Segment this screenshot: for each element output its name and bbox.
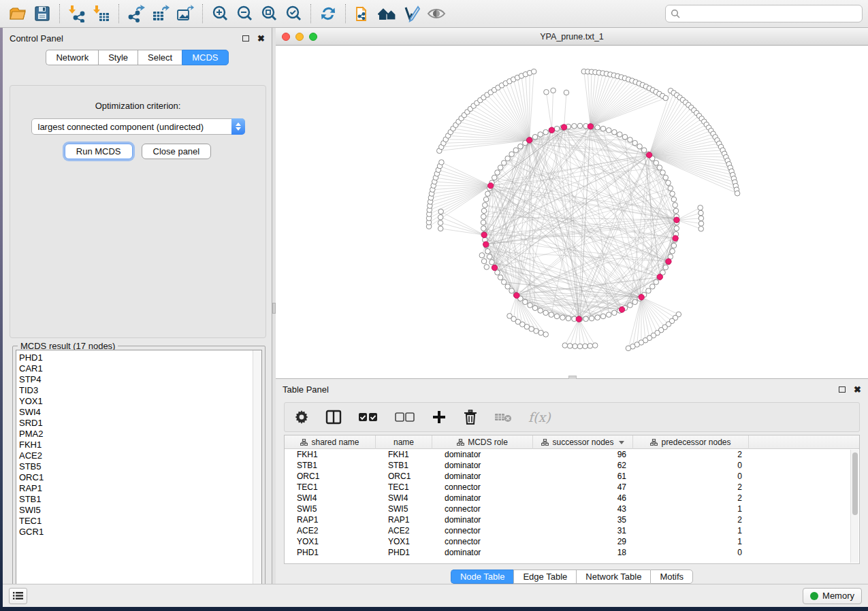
- open-session-button[interactable]: [5, 2, 30, 25]
- save-session-button[interactable]: [30, 2, 54, 25]
- mcds-result-list[interactable]: PHD1CAR1STP4TID3YOX1SWI4SRD1PMA2FKH1ACE2…: [16, 350, 262, 595]
- deselect-all-checkboxes-icon[interactable]: [395, 408, 415, 426]
- close-panel-button[interactable]: Close panel: [142, 144, 212, 159]
- list-item[interactable]: TEC1: [19, 516, 253, 527]
- table-scrollbar[interactable]: [850, 450, 858, 563]
- tab-node-table[interactable]: Node Table: [451, 569, 514, 584]
- delete-column-icon[interactable]: [463, 408, 478, 426]
- tab-edge-table[interactable]: Edge Table: [513, 569, 576, 584]
- list-icon: [13, 591, 23, 600]
- import-table-button[interactable]: [89, 2, 114, 25]
- show-columns-icon[interactable]: [325, 408, 342, 426]
- list-item[interactable]: YOX1: [19, 396, 253, 407]
- table-cell: dominator: [432, 493, 533, 503]
- table-row[interactable]: SWI4SWI4dominator462: [285, 493, 859, 503]
- list-item[interactable]: FKH1: [19, 440, 253, 450]
- zoom-fit-button[interactable]: [257, 2, 281, 25]
- table-options-gear-icon[interactable]: [294, 408, 309, 426]
- network-overview-button[interactable]: [375, 2, 400, 25]
- zoom-selected-button[interactable]: [281, 2, 306, 25]
- table-cell: 47: [533, 482, 633, 492]
- table-row[interactable]: SWI5SWI5connector431: [285, 503, 859, 514]
- refresh-view-button[interactable]: [316, 2, 340, 25]
- zoom-out-button[interactable]: [232, 2, 257, 25]
- list-item[interactable]: SWI4: [19, 407, 253, 418]
- column-header[interactable]: name: [376, 435, 432, 449]
- table-cell: 35: [533, 515, 633, 525]
- table-row[interactable]: YOX1YOX1connector291: [285, 536, 859, 547]
- memory-button[interactable]: Memory: [803, 588, 862, 604]
- export-table-button[interactable]: [148, 2, 173, 25]
- table-cell: ACE2: [285, 526, 376, 535]
- list-item[interactable]: ACE2: [19, 450, 253, 461]
- table-cell: 2: [633, 515, 749, 525]
- export-network-button[interactable]: [124, 2, 148, 25]
- control-tabs: NetworkStyleSelectMCDS: [3, 50, 272, 65]
- table-cell: dominator: [432, 548, 533, 557]
- table-cell: 2: [633, 493, 749, 503]
- table-row[interactable]: TEC1TEC1connector472: [285, 482, 859, 493]
- list-item[interactable]: CAR1: [19, 363, 253, 374]
- criterion-select[interactable]: largest connected component (undirected): [31, 118, 245, 135]
- table-scrollbar-thumb[interactable]: [852, 452, 858, 515]
- graphics-details-button[interactable]: [424, 2, 449, 25]
- table-cell: STB1: [376, 461, 432, 470]
- select-all-checkboxes-icon[interactable]: [358, 408, 379, 426]
- list-item[interactable]: STP4: [19, 374, 253, 385]
- list-item[interactable]: STB1: [19, 494, 253, 505]
- tab-select[interactable]: Select: [138, 50, 182, 65]
- table-cell: 0: [633, 472, 749, 481]
- list-item[interactable]: PMA2: [19, 429, 253, 440]
- import-network-button[interactable]: [65, 2, 89, 25]
- tab-style[interactable]: Style: [98, 50, 138, 65]
- table-panel-title: Table Panel: [283, 384, 329, 395]
- table-cell: dominator: [432, 472, 533, 481]
- network-window-titlebar[interactable]: YPA_prune.txt_1: [276, 28, 868, 46]
- table-row[interactable]: FKH1FKH1dominator962: [285, 449, 859, 460]
- tab-mcds[interactable]: MCDS: [182, 50, 228, 65]
- table-cell: FKH1: [376, 450, 432, 459]
- float-table-panel-icon[interactable]: [839, 386, 846, 393]
- table-row[interactable]: PHD1PHD1dominator180: [285, 547, 859, 558]
- list-item[interactable]: PHD1: [19, 352, 253, 363]
- list-item[interactable]: SWI5: [19, 505, 253, 516]
- column-header[interactable]: MCDS role: [432, 435, 533, 449]
- column-header[interactable]: predecessor nodes: [633, 435, 749, 449]
- table-row[interactable]: ACE2ACE2connector311: [285, 525, 859, 536]
- tab-network-table[interactable]: Network Table: [576, 569, 650, 584]
- column-header[interactable]: successor nodes: [533, 435, 633, 449]
- list-item[interactable]: GCR1: [19, 527, 253, 538]
- memory-label: Memory: [822, 591, 854, 601]
- close-panel-icon[interactable]: ✖: [257, 34, 265, 43]
- search-icon: [671, 9, 680, 18]
- list-item[interactable]: ORC1: [19, 472, 253, 483]
- table-row[interactable]: ORC1ORC1dominator610: [285, 471, 859, 482]
- tab-motifs[interactable]: Motifs: [650, 569, 693, 584]
- column-header[interactable]: shared name: [285, 435, 376, 449]
- new-network-from-selection-button[interactable]: [351, 2, 375, 25]
- table-cell: dominator: [432, 515, 533, 525]
- close-table-panel-icon[interactable]: ✖: [854, 385, 861, 394]
- result-list-scrollbar[interactable]: [253, 350, 261, 595]
- create-column-icon[interactable]: [432, 408, 447, 426]
- mcds-result-group: MCDS result (17 nodes) PHD1CAR1STP4TID3Y…: [12, 346, 266, 599]
- table-cell: 29: [533, 537, 633, 546]
- task-history-button[interactable]: [9, 588, 27, 604]
- network-graph-canvas[interactable]: [276, 46, 867, 378]
- search-input[interactable]: [684, 9, 857, 18]
- criterion-value: largest connected component (undirected): [32, 122, 231, 132]
- list-item[interactable]: SRD1: [19, 418, 253, 429]
- list-item[interactable]: STB5: [19, 461, 253, 472]
- export-image-button[interactable]: [173, 2, 197, 25]
- list-item[interactable]: RAP1: [19, 483, 253, 494]
- run-mcds-button[interactable]: Run MCDS: [65, 144, 133, 159]
- table-row[interactable]: RAP1RAP1dominator352: [285, 514, 859, 525]
- tab-network[interactable]: Network: [46, 50, 98, 65]
- table-row[interactable]: STB1STB1dominator620: [285, 460, 859, 471]
- zoom-in-button[interactable]: [208, 2, 232, 25]
- toolbar-search[interactable]: [665, 5, 863, 22]
- table-cell: 0: [633, 548, 749, 557]
- vizmapper-button[interactable]: [400, 2, 424, 25]
- float-panel-icon[interactable]: [242, 35, 249, 42]
- list-item[interactable]: TID3: [19, 385, 253, 396]
